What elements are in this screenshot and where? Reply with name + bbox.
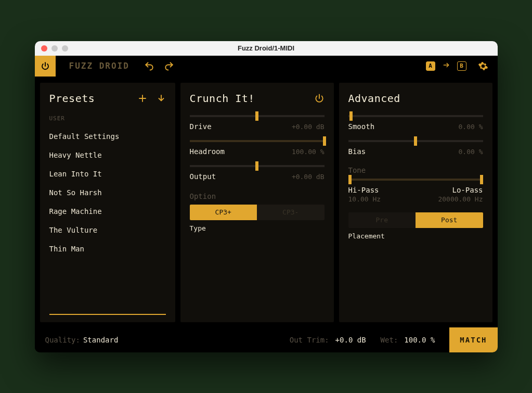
power-button[interactable] — [35, 56, 56, 77]
settings-button[interactable] — [478, 61, 488, 71]
match-button[interactable]: MATCH — [449, 327, 497, 352]
hipass-label: Hi-Pass — [348, 186, 379, 194]
import-preset-button[interactable] — [157, 94, 166, 103]
arrow-right-icon — [442, 61, 451, 69]
out-trim-value[interactable]: +0.0 dB — [335, 336, 366, 344]
out-trim-label: Out Trim: — [290, 336, 329, 344]
smooth-value: 0.00 % — [459, 123, 483, 131]
gear-icon — [478, 61, 488, 71]
headroom-label: Headroom — [190, 147, 225, 156]
maximize-icon[interactable] — [62, 45, 68, 52]
tone-label: Tone — [348, 166, 483, 174]
headroom-value: 100.00 % — [292, 148, 325, 156]
quality-value[interactable]: Standard — [83, 336, 118, 344]
lopass-value: 20000.00 Hz — [438, 195, 483, 203]
presets-title: Presets — [49, 92, 95, 105]
output-slider[interactable]: Output +0.00 dB — [190, 165, 325, 181]
section-power-button[interactable] — [314, 93, 325, 104]
hipass-value: 10.00 Hz — [348, 195, 381, 203]
type-toggle: CP3+ CP3- — [190, 205, 325, 220]
bias-value: 0.00 % — [459, 148, 483, 156]
output-label: Output — [190, 172, 216, 181]
download-arrow-icon — [157, 94, 166, 103]
smooth-slider[interactable]: Smooth 0.00 % — [348, 115, 483, 131]
drive-value: +0.00 dB — [292, 123, 325, 131]
advanced-panel: Advanced Smooth 0.00 % Bias 0.00 % Tone — [339, 83, 492, 322]
option-label: Option — [190, 192, 325, 200]
main-panel: Crunch It! Drive +0.00 dB — [180, 83, 334, 322]
app-title: FUZZ DROID — [69, 61, 129, 71]
placement-option-pre[interactable]: Pre — [348, 212, 416, 228]
main-panel-title: Crunch It! — [190, 92, 255, 105]
close-icon[interactable] — [41, 45, 47, 52]
preset-item[interactable]: The Vulture — [49, 221, 166, 239]
placement-label: Placement — [348, 232, 483, 240]
window-title: Fuzz Droid/1-MIDI — [35, 44, 498, 52]
minimize-icon[interactable] — [51, 45, 58, 52]
preset-item[interactable]: Heavy Nettle — [49, 146, 166, 164]
undo-icon — [144, 61, 154, 71]
placement-toggle: Pre Post — [348, 212, 483, 228]
placement-option-post[interactable]: Post — [416, 212, 483, 228]
smooth-label: Smooth — [348, 122, 375, 131]
footer: Quality: Standard Out Trim: +0.0 dB Wet:… — [35, 327, 498, 352]
headroom-slider[interactable]: Headroom 100.00 % — [190, 140, 325, 156]
power-icon — [41, 61, 50, 71]
drive-slider[interactable]: Drive +0.00 dB — [190, 115, 325, 131]
plus-icon — [138, 94, 147, 103]
toolbar: FUZZ DROID A B — [35, 56, 498, 77]
titlebar: Fuzz Droid/1-MIDI — [35, 41, 498, 56]
presets-panel: Presets USER Default Settings H — [40, 83, 175, 322]
main-panels: Presets USER Default Settings H — [35, 77, 498, 327]
power-icon — [314, 93, 325, 104]
type-label: Type — [190, 224, 325, 232]
compare-b-button[interactable]: B — [457, 61, 466, 71]
compare-a-button[interactable]: A — [426, 61, 435, 71]
drive-label: Drive — [190, 122, 212, 131]
preset-item[interactable]: Rage Machine — [49, 202, 166, 221]
preset-item[interactable]: Thin Man — [49, 239, 166, 258]
preset-item[interactable]: Default Settings — [49, 127, 166, 146]
presets-divider — [49, 314, 166, 315]
bias-label: Bias — [348, 147, 366, 156]
wet-value[interactable]: 100.0 % — [404, 336, 435, 344]
quality-label: Quality: — [45, 336, 80, 344]
type-option-cp3minus[interactable]: CP3- — [257, 205, 325, 220]
preset-item[interactable]: Not So Harsh — [49, 183, 166, 202]
redo-icon — [164, 61, 174, 71]
wet-label: Wet: — [381, 336, 398, 344]
preset-section-user: USER — [49, 115, 166, 122]
bias-slider[interactable]: Bias 0.00 % — [348, 140, 483, 156]
undo-button[interactable] — [144, 61, 154, 71]
preset-item[interactable]: Lean Into It — [49, 164, 166, 183]
type-option-cp3plus[interactable]: CP3+ — [190, 205, 257, 220]
add-preset-button[interactable] — [138, 94, 147, 103]
advanced-title: Advanced — [348, 92, 400, 105]
redo-button[interactable] — [164, 61, 174, 71]
lopass-label: Lo-Pass — [452, 186, 483, 194]
copy-a-to-b-button[interactable] — [442, 61, 451, 71]
tone-range-slider[interactable] — [348, 179, 483, 181]
traffic-lights — [41, 45, 68, 52]
output-value: +0.00 dB — [292, 173, 325, 181]
plugin-window: Fuzz Droid/1-MIDI FUZZ DROID A — [35, 41, 498, 352]
